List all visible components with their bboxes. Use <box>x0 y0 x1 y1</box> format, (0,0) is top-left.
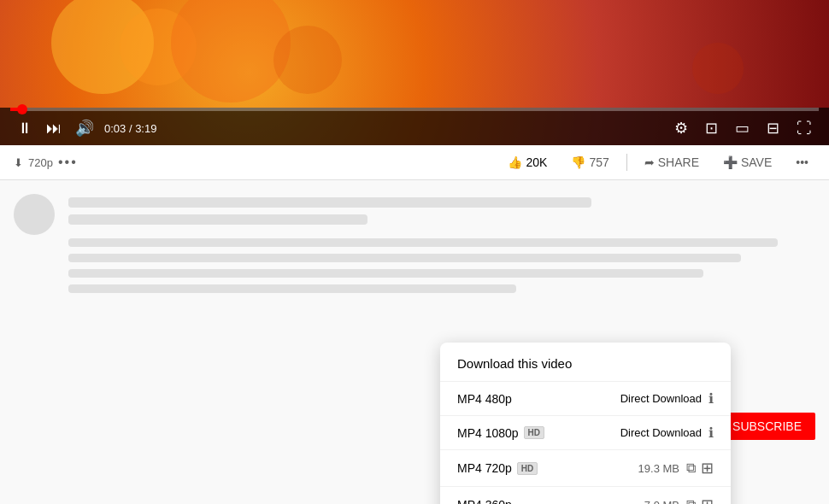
save-icon: ➕ <box>723 155 738 169</box>
more-dots-icon: ••• <box>796 155 808 169</box>
download-link-1080p[interactable]: Direct Download <box>544 426 702 439</box>
desc-line-3 <box>68 269 703 278</box>
info-icon-1080p[interactable]: ℹ <box>708 425 714 441</box>
download-popup: Download this video MP4 480p Direct Down… <box>440 343 731 504</box>
download-item-360p: MP4 360p 7.9 MB ⧉ ⊞ <box>440 487 731 504</box>
share-label: SHARE <box>658 155 699 169</box>
like-icon: 👍 <box>508 155 522 169</box>
download-link-480p[interactable]: Direct Download <box>534 392 702 405</box>
size-720p: 19.3 MB <box>538 462 679 475</box>
theatre-button[interactable]: ▭ <box>728 115 756 141</box>
format-360p: MP4 360p <box>457 498 534 504</box>
channel-info <box>68 194 815 225</box>
info-icon-480p[interactable]: ℹ <box>708 390 714 407</box>
controls-row: ⏸ ⏭ 🔊 0:03 / 3:19 ⚙ ⊡ ▭ ⊟ ⛶ <box>10 111 819 145</box>
format-720p: MP4 720p HD <box>457 461 538 475</box>
cast-button[interactable]: ⊟ <box>760 115 786 141</box>
progress-dot <box>17 104 27 114</box>
separator <box>626 154 627 171</box>
time-display: 0:03 / 3:19 <box>104 122 156 135</box>
desc-line-1 <box>68 238 778 247</box>
play-pause-button[interactable]: ⏸ <box>10 116 39 141</box>
download-item-720p: MP4 720p HD 19.3 MB ⧉ ⊞ <box>440 450 731 487</box>
dislike-count: 757 <box>589 155 609 169</box>
skip-button[interactable]: ⏭ <box>39 116 68 141</box>
video-info <box>68 194 815 293</box>
like-count: 20K <box>526 155 547 169</box>
video-meta-bar: ⬇ 720p ••• 👍 20K 👎 757 ➦ SHARE ➕ SAVE ••… <box>0 145 829 180</box>
more-options-button[interactable]: ••• <box>789 152 815 173</box>
desc-line-2 <box>68 254 741 262</box>
size-360p: 7.9 MB <box>534 499 679 505</box>
quality-label: 720p <box>28 156 53 169</box>
miniplayer-button[interactable]: ⊡ <box>698 115 725 141</box>
hd-badge-1080p: HD <box>524 426 544 439</box>
video-controls: ⏸ ⏭ 🔊 0:03 / 3:19 ⚙ ⊡ ▭ ⊟ ⛶ <box>0 108 829 145</box>
description-skeletons <box>68 238 815 293</box>
volume-button[interactable]: 🔊 <box>68 115 101 141</box>
content-area: SUBSCRIBE Download this video MP4 480p D… <box>0 180 829 307</box>
meta-left: ⬇ 720p ••• <box>14 155 78 170</box>
dislike-button[interactable]: 👎 757 <box>564 152 615 173</box>
meta-right: 👍 20K 👎 757 ➦ SHARE ➕ SAVE ••• <box>501 152 815 173</box>
bokeh-decoration <box>171 0 291 103</box>
format-480p: MP4 480p <box>457 392 534 406</box>
copy-icon-720p[interactable]: ⧉ <box>686 460 696 476</box>
save-label: SAVE <box>741 155 772 169</box>
settings-button[interactable]: ⚙ <box>667 115 695 141</box>
like-button[interactable]: 👍 20K <box>501 152 554 173</box>
bokeh-decoration <box>692 43 744 94</box>
qr-icon-720p[interactable]: ⊞ <box>701 459 714 478</box>
bokeh-decoration <box>273 26 342 94</box>
popup-title: Download this video <box>440 343 731 382</box>
video-player: ⏸ ⏭ 🔊 0:03 / 3:19 ⚙ ⊡ ▭ ⊟ ⛶ <box>0 0 829 145</box>
meta-more-dots[interactable]: ••• <box>58 155 78 170</box>
hd-badge-720p: HD <box>517 462 538 475</box>
qr-icon-360p[interactable]: ⊞ <box>701 495 714 504</box>
dislike-icon: 👎 <box>571 155 585 169</box>
format-1080p: MP4 1080p HD <box>457 426 544 440</box>
save-button[interactable]: ➕ SAVE <box>716 152 779 173</box>
download-icon: ⬇ <box>14 156 23 169</box>
subscriber-count-skeleton <box>68 214 367 225</box>
desc-line-4 <box>68 284 516 293</box>
controls-right: ⚙ ⊡ ▭ ⊟ ⛶ <box>667 115 819 141</box>
fullscreen-button[interactable]: ⛶ <box>790 116 819 141</box>
copy-icon-360p[interactable]: ⧉ <box>686 497 696 504</box>
avatar <box>14 194 55 235</box>
download-item-1080p: MP4 1080p HD Direct Download ℹ <box>440 416 731 450</box>
subscribe-button[interactable]: SUBSCRIBE <box>719 413 815 440</box>
share-button[interactable]: ➦ SHARE <box>638 152 706 173</box>
share-icon: ➦ <box>644 155 655 169</box>
channel-name-skeleton <box>68 197 591 208</box>
progress-bar[interactable] <box>10 108 819 111</box>
download-item-480p: MP4 480p Direct Download ℹ <box>440 382 731 416</box>
